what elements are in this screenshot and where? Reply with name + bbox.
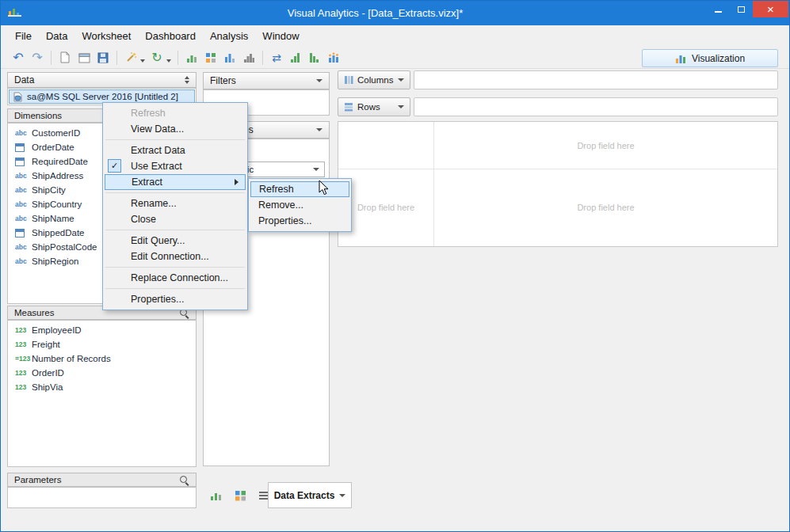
chevron-down-icon — [313, 168, 319, 171]
drop-field-hint: Drop field here — [338, 169, 433, 246]
close-button[interactable]: × — [753, 1, 788, 17]
menu-item-rename[interactable]: Rename... — [103, 196, 247, 211]
extract-submenu: Refresh Remove... Properties... — [248, 178, 352, 232]
search-icon[interactable] — [179, 475, 189, 485]
submenu-item-properties[interactable]: Properties... — [249, 213, 351, 229]
mouse-cursor — [319, 180, 329, 199]
drop-field-hint: Drop field here — [434, 169, 777, 246]
menu-data[interactable]: Data — [39, 26, 74, 46]
new-window-icon[interactable] — [75, 49, 93, 66]
toolbar-separator — [262, 51, 263, 65]
sort-fields-icon[interactable] — [185, 76, 189, 84]
chevron-down-icon — [316, 128, 322, 131]
dimensions-title: Dimensions — [14, 111, 62, 120]
menu-item-edit-query[interactable]: Edit Query... — [103, 233, 247, 249]
parameters-title: Parameters — [14, 475, 61, 484]
parameters-list — [7, 487, 197, 508]
submenu-item-remove[interactable]: Remove... — [249, 197, 351, 213]
menu-analysis[interactable]: Analysis — [203, 26, 255, 46]
menu-item-edit-connection[interactable]: Edit Connection... — [103, 249, 247, 264]
visualization-button[interactable]: Visualization — [642, 49, 778, 67]
field-label: ShipCountry — [32, 200, 82, 209]
visualization-label: Visualization — [692, 53, 745, 64]
field-label: RequiredDate — [32, 157, 88, 166]
wand-icon[interactable] — [122, 49, 139, 66]
data-panel-title: Data — [14, 74, 34, 86]
refresh-icon[interactable]: ↻ — [148, 49, 166, 66]
minimize-button[interactable] — [707, 1, 730, 17]
measures-title: Measures — [14, 308, 55, 317]
menu-dashboard[interactable]: Dashboard — [138, 26, 203, 46]
drop-field-hint: Drop field here — [434, 122, 777, 169]
dashboard-view-icon[interactable] — [231, 487, 249, 504]
sort-descending-icon[interactable] — [306, 49, 323, 66]
menu-item-view-data[interactable]: View Data... — [103, 121, 247, 137]
wand-dropdown-icon[interactable] — [140, 59, 145, 63]
refresh-dropdown-icon[interactable] — [166, 59, 171, 63]
chevron-down-icon — [316, 79, 322, 82]
parameters-header[interactable]: Parameters — [7, 473, 197, 487]
number-icon: 123 — [15, 340, 32, 348]
menu-separator — [105, 288, 245, 289]
field-label: EmployeeID — [32, 325, 82, 335]
measure-item[interactable]: 123ShipVia — [8, 380, 196, 394]
rows-shelf-button[interactable]: Rows — [338, 97, 410, 116]
rows-shelf-area[interactable] — [414, 97, 778, 116]
columns-icon — [344, 75, 353, 85]
worksheet-view-icon[interactable] — [208, 487, 225, 504]
chart-grid-icon[interactable] — [202, 49, 219, 66]
chevron-down-icon — [398, 105, 404, 108]
menu-item-replace-connection[interactable]: Replace Connection... — [103, 270, 247, 286]
context-menu: Refresh View Data... Extract Data ✓ Use … — [102, 102, 248, 310]
abc-icon: abc — [15, 243, 32, 251]
measure-item[interactable]: 123OrderID — [8, 366, 196, 380]
menubar: File Data Worksheet Dashboard Analysis W… — [1, 25, 789, 47]
filters-panel-header[interactable]: Filters — [203, 72, 330, 89]
sheet-tab-label: Data Extracts — [274, 490, 335, 501]
menu-item-refresh: Refresh — [103, 105, 247, 121]
rows-icon — [344, 102, 353, 112]
columns-shelf-button[interactable]: Columns — [338, 70, 410, 89]
visualization-icon — [675, 53, 687, 63]
histogram-icon[interactable] — [240, 49, 258, 66]
sort-ascending-icon[interactable] — [287, 49, 304, 66]
window-title: Visual Analytics - [Data_Extracts.vizx]* — [48, 1, 702, 25]
abc-icon: abc — [15, 129, 32, 137]
measure-item[interactable]: 123Freight — [8, 337, 196, 352]
visualization-canvas[interactable]: Drop field here Drop field here Drop fie… — [338, 121, 778, 247]
show-labels-icon[interactable] — [325, 49, 342, 66]
measures-list: 123EmployeeID 123Freight =123Number of R… — [7, 320, 197, 467]
field-label: CustomerID — [32, 128, 80, 138]
measure-item[interactable]: 123EmployeeID — [8, 323, 196, 337]
menu-item-extract-data[interactable]: Extract Data — [103, 142, 247, 158]
redo-icon[interactable]: ↷ — [29, 49, 46, 66]
bar-chart-icon[interactable] — [183, 49, 200, 66]
maximize-button[interactable] — [730, 1, 753, 17]
field-label: ShipRegion — [32, 256, 78, 266]
measure-item[interactable]: =123Number of Records — [8, 352, 196, 366]
menu-file[interactable]: File — [8, 26, 39, 46]
calendar-icon — [15, 229, 32, 238]
undo-icon[interactable]: ↶ — [10, 49, 27, 66]
calendar-icon — [15, 158, 32, 166]
menu-separator — [105, 230, 245, 230]
menu-item-extract[interactable]: Extract — [105, 174, 246, 190]
columns-shelf-area[interactable] — [414, 70, 778, 89]
menu-worksheet[interactable]: Worksheet — [74, 26, 138, 46]
save-icon[interactable] — [94, 49, 112, 66]
menu-item-use-extract[interactable]: ✓ Use Extract — [103, 158, 247, 174]
new-sheet-icon[interactable] — [56, 49, 74, 66]
titlebar: Visual Analytics - [Data_Extracts.vizx]*… — [1, 1, 789, 25]
maximize-icon — [738, 6, 745, 13]
menu-item-close[interactable]: Close — [103, 211, 247, 227]
swap-axes-icon[interactable]: ⇄ — [268, 49, 285, 66]
menu-item-properties[interactable]: Properties... — [103, 291, 247, 307]
submenu-item-refresh[interactable]: Refresh — [250, 181, 349, 197]
field-label: Freight — [32, 340, 60, 349]
chevron-down-icon — [339, 494, 345, 497]
menu-window[interactable]: Window — [255, 26, 306, 46]
field-label: ShippedDate — [32, 228, 85, 238]
data-panel-header: Data — [7, 72, 197, 88]
column-chart-icon[interactable] — [221, 49, 239, 66]
sheet-tab[interactable]: Data Extracts — [268, 482, 352, 508]
